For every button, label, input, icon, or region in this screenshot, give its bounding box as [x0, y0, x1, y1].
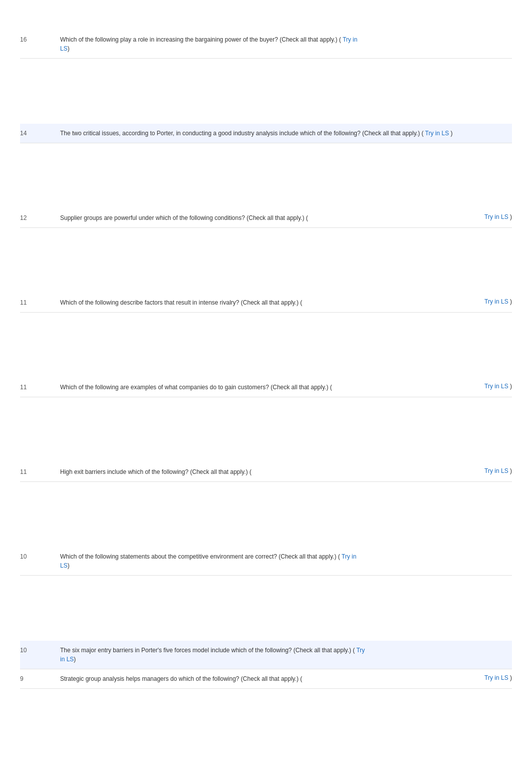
- question-number-11c: 11: [20, 467, 60, 475]
- try-col-11b: Try in LS ): [462, 383, 512, 390]
- question-row-11c: 11 High exit barriers include which of t…: [20, 462, 512, 482]
- spacer-after-14: [20, 143, 512, 208]
- question-number-14: 14: [20, 129, 60, 137]
- question-row-10b: 10 The six major entry barriers in Porte…: [20, 641, 512, 669]
- spacer-after-12: [20, 228, 512, 293]
- question-text-9: Strategic group analysis helps managers …: [60, 674, 462, 683]
- try-col-12: Try in LS ): [462, 213, 512, 220]
- try-in-ls-link-11c[interactable]: Try in LS: [484, 467, 508, 474]
- spacer-after-11b: [20, 397, 512, 462]
- spacer-after-11c: [20, 482, 512, 547]
- question-number-9: 9: [20, 674, 60, 682]
- question-number-10a: 10: [20, 552, 60, 560]
- question-text-10a: Which of the following statements about …: [60, 552, 512, 570]
- question-text-16: Which of the following play a role in in…: [60, 35, 512, 53]
- question-row-16: 16 Which of the following play a role in…: [20, 30, 512, 59]
- spacer-after-11a: [20, 313, 512, 378]
- question-text-11c: High exit barriers include which of the …: [60, 467, 462, 476]
- question-row-11b: 11 Which of the following are examples o…: [20, 378, 512, 397]
- try-in-ls-link-10b-inline[interactable]: Tryin LS: [60, 647, 365, 663]
- try-in-ls-link-16-inline[interactable]: Try inLS: [60, 36, 357, 52]
- spacer-after-10a: [20, 576, 512, 641]
- question-number-10b: 10: [20, 646, 60, 654]
- question-row-11a: 11 Which of the following describe facto…: [20, 293, 512, 313]
- try-in-ls-link-11b[interactable]: Try in LS: [484, 383, 508, 390]
- question-number-11a: 11: [20, 298, 60, 306]
- question-row-14: 14 The two critical issues, according to…: [20, 124, 512, 143]
- question-row-9: 9 Strategic group analysis helps manager…: [20, 669, 512, 689]
- question-number-16: 16: [20, 35, 60, 43]
- try-col-11c: Try in LS ): [462, 467, 512, 474]
- try-col-9: Try in LS ): [462, 674, 512, 681]
- question-number-12: 12: [20, 213, 60, 221]
- question-row-12: 12 Supplier groups are powerful under wh…: [20, 208, 512, 228]
- question-text-11a: Which of the following describe factors …: [60, 298, 462, 307]
- spacer-after-16: [20, 59, 512, 124]
- question-row-10a: 10 Which of the following statements abo…: [20, 547, 512, 576]
- try-in-ls-link-11a[interactable]: Try in LS: [484, 298, 508, 305]
- try-in-ls-link-12[interactable]: Try in LS: [484, 213, 508, 220]
- question-text-12: Supplier groups are powerful under which…: [60, 213, 462, 222]
- try-col-11a: Try in LS ): [462, 298, 512, 305]
- page-container: 16 Which of the following play a role in…: [0, 0, 532, 719]
- question-number-11b: 11: [20, 383, 60, 391]
- try-in-ls-link-10a-inline[interactable]: Try inLS: [60, 553, 356, 569]
- question-text-14: The two critical issues, according to Po…: [60, 129, 512, 138]
- try-in-ls-link-14[interactable]: Try in LS: [425, 130, 449, 137]
- question-text-10b: The six major entry barriers in Porter's…: [60, 646, 512, 664]
- question-text-11b: Which of the following are examples of w…: [60, 383, 462, 392]
- try-in-ls-link-9[interactable]: Try in LS: [484, 674, 508, 681]
